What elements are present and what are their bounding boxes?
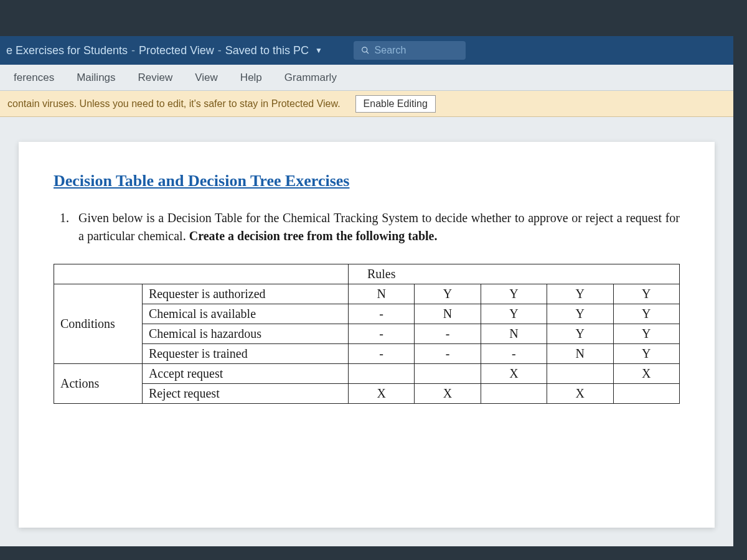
table-cell: N bbox=[481, 324, 547, 344]
table-cell: Y bbox=[481, 284, 547, 304]
title-separator: - bbox=[131, 44, 135, 57]
search-icon bbox=[361, 45, 370, 55]
table-cell: Y bbox=[613, 304, 679, 324]
table-cell: Y bbox=[613, 284, 679, 304]
word-app-window: e Exercises for Students - Protected Vie… bbox=[0, 36, 733, 546]
protected-view-label: Protected View bbox=[139, 44, 214, 57]
table-row: Chemical is hazardous - - N Y Y bbox=[54, 324, 680, 344]
tab-mailings[interactable]: Mailings bbox=[65, 65, 126, 90]
table-cell bbox=[547, 364, 613, 384]
rules-header: Rules bbox=[348, 264, 679, 284]
table-cell: N bbox=[415, 304, 481, 324]
document-heading: Decision Table and Decision Tree Exercis… bbox=[54, 172, 680, 190]
table-cell: X bbox=[613, 364, 679, 384]
table-cell: Y bbox=[547, 324, 613, 344]
table-row: Reject request X X X bbox=[54, 384, 680, 404]
action-label: Accept request bbox=[142, 364, 348, 384]
table-row: Rules bbox=[54, 264, 680, 284]
decision-table: Rules Conditions Requester is authorized… bbox=[54, 264, 680, 404]
condition-label: Chemical is available bbox=[142, 304, 348, 324]
table-cell: - bbox=[415, 324, 481, 344]
tab-help[interactable]: Help bbox=[229, 65, 273, 90]
question-text-bold: Create a decision tree from the followin… bbox=[189, 229, 438, 243]
question-number: 1. bbox=[60, 209, 78, 227]
protected-view-bar: contain viruses. Unless you need to edit… bbox=[0, 91, 733, 117]
document-area: Decision Table and Decision Tree Exercis… bbox=[0, 117, 733, 546]
chevron-down-icon[interactable]: ▼ bbox=[315, 46, 322, 55]
title-bar: e Exercises for Students - Protected Vie… bbox=[0, 36, 733, 65]
table-cell: Y bbox=[613, 324, 679, 344]
search-input[interactable] bbox=[375, 45, 458, 56]
table-cell: - bbox=[415, 344, 481, 364]
document-page: Decision Table and Decision Tree Exercis… bbox=[19, 142, 715, 528]
tab-review[interactable]: Review bbox=[127, 65, 184, 90]
actions-group-label: Actions bbox=[54, 364, 143, 404]
table-cell: Y bbox=[613, 344, 679, 364]
condition-label: Requester is trained bbox=[142, 344, 348, 364]
enable-editing-button[interactable]: Enable Editing bbox=[355, 95, 436, 113]
tab-view[interactable]: View bbox=[184, 65, 229, 90]
table-cell: Y bbox=[547, 304, 613, 324]
condition-label: Chemical is hazardous bbox=[142, 324, 348, 344]
table-cell: - bbox=[348, 344, 414, 364]
table-cell: Y bbox=[547, 284, 613, 304]
table-cell bbox=[481, 384, 547, 404]
saved-status: Saved to this PC bbox=[225, 44, 309, 57]
tab-references[interactable]: ferences bbox=[2, 65, 65, 90]
table-cell: - bbox=[348, 304, 414, 324]
protected-view-message: contain viruses. Unless you need to edit… bbox=[7, 98, 341, 110]
table-cell: Y bbox=[481, 304, 547, 324]
table-cell: Y bbox=[415, 284, 481, 304]
table-cell bbox=[613, 384, 679, 404]
table-cell: X bbox=[348, 384, 414, 404]
question-paragraph: 1.Given below is a Decision Table for th… bbox=[78, 209, 680, 245]
table-row: Conditions Requester is authorized N Y Y… bbox=[54, 284, 680, 304]
table-cell: - bbox=[481, 344, 547, 364]
table-row: Actions Accept request X X bbox=[54, 364, 680, 384]
title-separator: - bbox=[218, 44, 222, 57]
table-cell: N bbox=[547, 344, 613, 364]
action-label: Reject request bbox=[142, 384, 348, 404]
conditions-group-label: Conditions bbox=[54, 284, 143, 364]
tab-grammarly[interactable]: Grammarly bbox=[273, 65, 348, 90]
table-row: Requester is trained - - - N Y bbox=[54, 344, 680, 364]
table-cell-empty bbox=[54, 264, 349, 284]
search-box[interactable] bbox=[354, 41, 466, 60]
table-cell: X bbox=[415, 384, 481, 404]
svg-line-1 bbox=[366, 52, 368, 54]
table-cell bbox=[348, 364, 414, 384]
table-row: Chemical is available - N Y Y Y bbox=[54, 304, 680, 324]
table-cell: X bbox=[547, 384, 613, 404]
table-cell bbox=[415, 364, 481, 384]
ribbon-tabs: ferences Mailings Review View Help Gramm… bbox=[0, 65, 733, 91]
table-cell: X bbox=[481, 364, 547, 384]
svg-point-0 bbox=[362, 47, 367, 52]
condition-label: Requester is authorized bbox=[142, 284, 348, 304]
table-cell: - bbox=[348, 324, 414, 344]
table-cell: N bbox=[348, 284, 414, 304]
document-title: e Exercises for Students - Protected Vie… bbox=[6, 44, 322, 57]
doc-name-text: e Exercises for Students bbox=[6, 44, 128, 57]
